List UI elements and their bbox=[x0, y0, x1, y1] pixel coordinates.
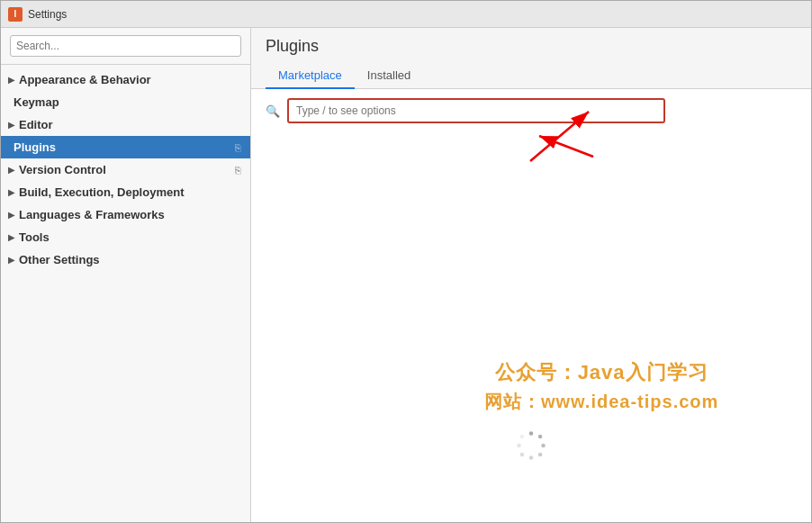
arrow-icon: ▶ bbox=[8, 232, 15, 242]
sidebar-item-build[interactable]: ▶ Build, Execution, Deployment bbox=[1, 181, 250, 203]
sidebar-item-tools[interactable]: ▶ Tools bbox=[1, 226, 250, 248]
copy-icon: ⎘ bbox=[235, 142, 241, 153]
sidebar-item-appearance-behavior[interactable]: ▶ Appearance & Behavior bbox=[1, 68, 250, 91]
sidebar-item-label: Build, Execution, Deployment bbox=[19, 185, 241, 199]
svg-point-3 bbox=[538, 453, 543, 457]
watermark-line1: 公众号：Java入门学习 bbox=[484, 359, 718, 386]
sidebar-search-input[interactable] bbox=[10, 35, 241, 57]
svg-point-4 bbox=[529, 455, 534, 460]
svg-line-11 bbox=[539, 136, 593, 157]
sidebar: ▶ Appearance & Behavior Keymap ▶ Editor … bbox=[1, 28, 251, 522]
arrow-icon: ▶ bbox=[8, 120, 15, 130]
svg-point-2 bbox=[541, 444, 546, 448]
sidebar-item-label: Tools bbox=[19, 230, 241, 244]
arrow-icon: ▶ bbox=[8, 75, 15, 85]
app-icon: I bbox=[8, 7, 23, 22]
window-title: Settings bbox=[28, 8, 67, 21]
plugin-search-input[interactable] bbox=[287, 98, 665, 123]
watermark-line2: 网站：www.idea-tips.com bbox=[484, 390, 718, 414]
settings-window: I Settings ▶ Appearance & Behavior Keyma… bbox=[0, 0, 812, 523]
arrow-icon: ▶ bbox=[8, 165, 15, 175]
sidebar-item-label: Other Settings bbox=[19, 253, 241, 266]
watermark: 公众号：Java入门学习 网站：www.idea-tips.com bbox=[484, 359, 718, 414]
svg-point-1 bbox=[538, 435, 543, 439]
tab-installed[interactable]: Installed bbox=[355, 63, 423, 89]
svg-point-0 bbox=[529, 431, 534, 436]
svg-point-7 bbox=[520, 435, 525, 439]
arrow-icon: ▶ bbox=[8, 210, 15, 220]
sidebar-item-other-settings[interactable]: ▶ Other Settings bbox=[1, 248, 250, 271]
sidebar-item-label: Languages & Frameworks bbox=[19, 208, 241, 221]
loading-spinner bbox=[515, 429, 547, 462]
sidebar-items-list: ▶ Appearance & Behavior Keymap ▶ Editor … bbox=[1, 65, 250, 522]
sidebar-item-plugins[interactable]: Plugins ⎘ bbox=[1, 136, 250, 158]
main-content: ▶ Appearance & Behavior Keymap ▶ Editor … bbox=[1, 28, 811, 522]
sidebar-item-label: Version Control bbox=[19, 163, 231, 176]
panel-header: Plugins Marketplace Installed bbox=[251, 28, 811, 89]
title-bar: I Settings bbox=[1, 1, 811, 28]
right-panel: Plugins Marketplace Installed 🔍 公众号：Java… bbox=[251, 28, 811, 522]
sidebar-item-label: Keymap bbox=[14, 95, 241, 109]
search-icon: 🔍 bbox=[266, 104, 280, 118]
tab-bar: Marketplace Installed bbox=[266, 63, 797, 88]
sidebar-item-label: Plugins bbox=[14, 140, 231, 154]
sidebar-item-keymap[interactable]: Keymap bbox=[1, 91, 250, 113]
sidebar-search-area bbox=[1, 28, 250, 65]
sidebar-item-label: Editor bbox=[19, 118, 241, 131]
sidebar-item-editor[interactable]: ▶ Editor bbox=[1, 113, 250, 136]
panel-body: 🔍 公众号：Java入门学习 网站：www.idea-tips.com bbox=[251, 89, 811, 522]
search-row: 🔍 bbox=[266, 98, 797, 123]
svg-point-5 bbox=[520, 453, 525, 457]
loading-spinner-area bbox=[266, 429, 797, 462]
tab-marketplace[interactable]: Marketplace bbox=[266, 63, 355, 89]
sidebar-item-languages[interactable]: ▶ Languages & Frameworks bbox=[1, 203, 250, 226]
arrow-icon: ▶ bbox=[8, 255, 15, 265]
arrow-icon: ▶ bbox=[8, 187, 15, 197]
sidebar-item-version-control[interactable]: ▶ Version Control ⎘ bbox=[1, 158, 250, 181]
svg-point-6 bbox=[517, 444, 521, 448]
copy-icon: ⎘ bbox=[235, 165, 241, 176]
panel-title: Plugins bbox=[266, 37, 797, 56]
sidebar-item-label: Appearance & Behavior bbox=[19, 73, 241, 86]
